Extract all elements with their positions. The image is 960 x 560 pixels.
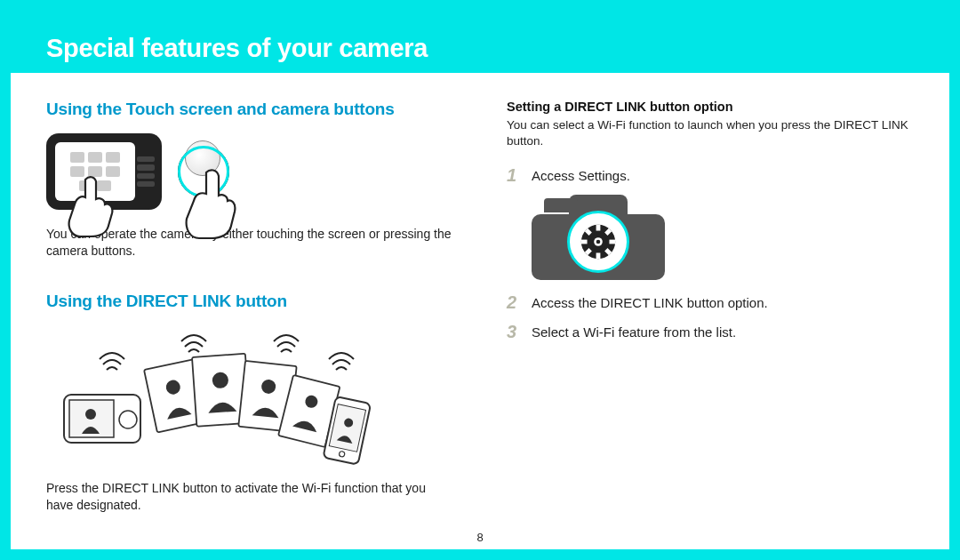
camera-touchscreen-icon [46,133,162,210]
section-heading-touchscreen: Using the Touch screen and camera button… [46,100,453,119]
section-heading-directlink: Using the DIRECT LINK button [46,292,453,311]
subsection-description: You can select a Wi-Fi function to launc… [507,117,914,149]
wifi-sharing-icon [46,325,384,468]
press-finger-icon [181,167,240,240]
step-1: 1 Access Settings. [507,165,914,186]
step-number: 2 [507,292,523,313]
svg-rect-21 [581,240,588,244]
section-direct-link: Using the DIRECT LINK button [46,292,453,514]
subsection-heading: Setting a DIRECT LINK button option [507,100,914,114]
svg-rect-22 [609,240,615,244]
document-page: Special features of your camera Using th… [11,11,949,549]
page-title: Special features of your camera [46,34,428,63]
svg-rect-19 [596,225,601,231]
gear-highlight-ring-icon [567,211,629,273]
directlink-description: Press the DIRECT LINK button to activate… [46,480,453,514]
step-number: 1 [507,165,523,186]
svg-point-3 [85,409,96,420]
left-column: Using the Touch screen and camera button… [46,100,453,532]
step-number: 3 [507,322,523,342]
step-text: Access Settings. [532,165,630,183]
step-3: 3 Select a Wi-Fi feature from the list. [507,322,914,342]
svg-rect-20 [596,253,601,260]
camera-settings-illustration [532,195,914,280]
step-text: Access the DIRECT LINK button option. [532,292,768,310]
camera-button-press-icon [178,133,249,210]
page-number: 8 [476,531,483,544]
svg-point-29 [596,240,601,244]
step-2: 2 Access the DIRECT LINK button option. [507,292,914,313]
touch-finger-icon [64,172,117,238]
direct-link-wifi-illustration [46,325,384,468]
gear-icon [578,221,619,262]
touchscreen-illustration-group [46,133,453,210]
camera-grip-icon [137,156,155,187]
camera-settings-icon [532,195,665,280]
right-column: Setting a DIRECT LINK button option You … [507,100,914,532]
content-area: Using the Touch screen and camera button… [46,100,914,532]
step-text: Select a Wi-Fi feature from the list. [532,322,736,340]
